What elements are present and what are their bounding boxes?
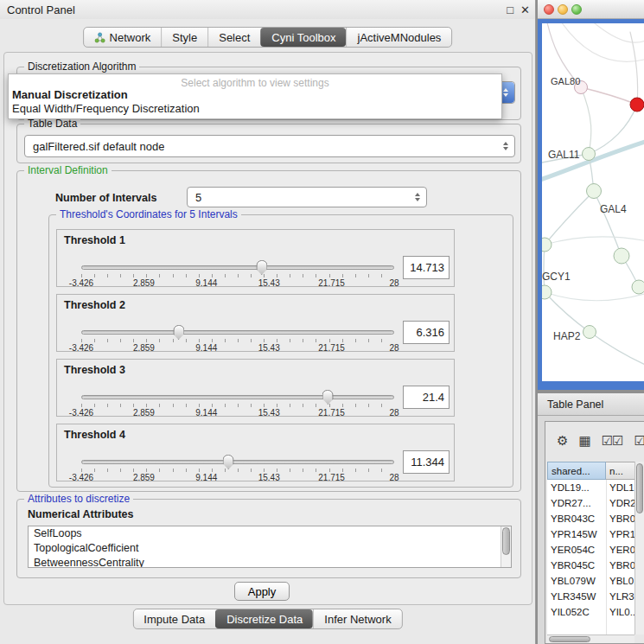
close-icon[interactable]: ✕ bbox=[520, 3, 530, 16]
tab-select[interactable]: Select bbox=[207, 28, 260, 47]
cell-name[interactable]: YIL0... bbox=[606, 604, 635, 620]
axis-label: 9.144 bbox=[195, 473, 217, 482]
tab-impute-data[interactable]: Impute Data bbox=[133, 609, 215, 628]
apply-button[interactable]: Apply bbox=[234, 582, 290, 601]
slider-thumb[interactable] bbox=[173, 325, 184, 340]
tab-style[interactable]: Style bbox=[161, 28, 207, 47]
number-of-intervals-select[interactable]: 5 bbox=[187, 187, 427, 207]
gear-icon[interactable]: ⚙ bbox=[557, 433, 567, 449]
cell-shared-name[interactable]: YIL052C bbox=[547, 604, 606, 620]
network-edge[interactable] bbox=[581, 87, 591, 154]
table-row[interactable]: YLR345WYLR3... bbox=[547, 589, 635, 604]
network-node-gal11[interactable] bbox=[583, 148, 596, 161]
table-row[interactable]: YBL079WYBL0... bbox=[547, 573, 635, 589]
cell-shared-name[interactable]: YER054C bbox=[547, 542, 606, 558]
slider-thumb[interactable] bbox=[256, 260, 267, 275]
network-canvas[interactable]: GAL80GAL11GAL4GCY1HAP2 bbox=[542, 23, 644, 381]
cell-name[interactable]: YER0... bbox=[606, 542, 635, 558]
tab-discretize-data[interactable]: Discretize Data bbox=[215, 609, 313, 628]
network-window-titlebar[interactable] bbox=[538, 0, 644, 19]
table-horizontal-scrollbar[interactable] bbox=[547, 634, 634, 643]
cell-shared-name[interactable]: YBR043C bbox=[547, 511, 606, 526]
cell-shared-name[interactable]: YBL079W bbox=[547, 573, 606, 589]
cell-name[interactable]: YPR1... bbox=[606, 526, 635, 542]
cell-shared-name[interactable]: YDL19... bbox=[547, 480, 606, 495]
cell-shared-name[interactable]: YLR345W bbox=[547, 589, 606, 604]
network-node-gcy1[interactable] bbox=[542, 285, 552, 299]
cell-shared-name[interactable]: YBR045C bbox=[547, 558, 606, 573]
network-node[interactable] bbox=[614, 248, 629, 264]
network-canvas-svg[interactable]: GAL80GAL11GAL4GCY1HAP2 bbox=[542, 23, 644, 381]
threshold-slider[interactable] bbox=[81, 265, 394, 270]
axis-label: 15.43 bbox=[258, 408, 280, 418]
cell-name[interactable]: YBR0... bbox=[606, 511, 635, 526]
cell-name[interactable]: YDR2... bbox=[606, 495, 635, 511]
minimize-traffic-light-icon[interactable] bbox=[558, 4, 568, 15]
list-item-topologicalcoefficient[interactable]: TopologicalCoefficient bbox=[29, 541, 501, 556]
table-row[interactable]: YER054CYER0... bbox=[547, 542, 635, 558]
network-edge[interactable] bbox=[581, 87, 637, 105]
table-row[interactable]: YDL19...YDL1... bbox=[547, 480, 635, 495]
network-edge[interactable] bbox=[545, 292, 644, 301]
threshold-panel-4: Threshold 4-3.4262.8599.14415.4321.71528… bbox=[56, 424, 455, 481]
float-window-icon[interactable]: □ bbox=[507, 3, 513, 16]
threshold-slider[interactable] bbox=[81, 330, 394, 335]
popup-item-manual-discretization[interactable]: Manual Discretization bbox=[9, 88, 501, 102]
table-row[interactable]: YIL052CYIL0... bbox=[547, 604, 635, 620]
cell-name[interactable]: YDL1... bbox=[606, 480, 635, 495]
slider-thumb[interactable] bbox=[322, 390, 334, 405]
network-edge[interactable] bbox=[590, 332, 644, 366]
table-row[interactable]: YBR045CYBR0... bbox=[547, 558, 635, 573]
cell-shared-name[interactable]: YPR145W bbox=[547, 526, 606, 542]
network-node[interactable] bbox=[542, 238, 552, 252]
network-node-hap2[interactable] bbox=[583, 326, 596, 339]
threshold-value-field[interactable]: 6.316 bbox=[403, 321, 450, 344]
cell-name[interactable]: YBL0... bbox=[606, 573, 635, 589]
network-edge[interactable] bbox=[542, 141, 644, 181]
network-edge[interactable] bbox=[594, 191, 622, 256]
vertical-scrollbar-thumb[interactable] bbox=[636, 463, 643, 513]
columns-icon[interactable]: ▦ bbox=[578, 433, 590, 449]
slider-thumb[interactable] bbox=[223, 455, 234, 469]
tab-infer-network[interactable]: Infer Network bbox=[313, 609, 401, 628]
popup-item-equal-width-frequency[interactable]: Equal Width/Frequency Discretization bbox=[9, 102, 501, 116]
list-item-selfloops[interactable]: SelfLoops bbox=[29, 526, 501, 541]
table-row[interactable]: YDR27...YDR2... bbox=[547, 495, 635, 511]
network-edge[interactable] bbox=[545, 191, 594, 245]
threshold-slider[interactable] bbox=[81, 460, 394, 464]
table-row[interactable]: YPR145WYPR1... bbox=[547, 526, 635, 542]
cell-shared-name[interactable]: YDR27... bbox=[547, 495, 606, 511]
network-node-selected[interactable] bbox=[630, 98, 644, 112]
threshold-value-field[interactable]: 21.4 bbox=[403, 386, 450, 409]
cell-name[interactable]: YLR3... bbox=[606, 589, 635, 604]
threshold-value-field[interactable]: 14.713 bbox=[403, 256, 450, 279]
edit-column-icon[interactable]: ☑ bbox=[634, 433, 644, 449]
threshold-panel-1: Threshold 1-3.4262.8599.14415.4321.71528… bbox=[56, 229, 455, 287]
tab-jactivemnodules[interactable]: jActiveMNodules bbox=[347, 28, 452, 47]
table-row[interactable]: YBR043CYBR0... bbox=[547, 511, 635, 526]
list-item-betweennesscentrality[interactable]: BetweennessCentrality bbox=[29, 556, 501, 567]
horizontal-scrollbar-thumb[interactable] bbox=[549, 636, 590, 642]
tab-network[interactable]: Network bbox=[84, 28, 162, 47]
table-vertical-scrollbar[interactable] bbox=[634, 462, 644, 634]
column-header-name[interactable]: n... bbox=[606, 462, 635, 480]
show-columns-icon[interactable]: ☑☑ bbox=[602, 433, 623, 449]
column-header-shared-name[interactable]: shared... bbox=[547, 462, 606, 480]
network-node[interactable] bbox=[632, 280, 644, 294]
numerical-attributes-list[interactable]: SelfLoopsTopologicalCoefficientBetweenne… bbox=[28, 526, 512, 568]
tab-cyni-toolbox[interactable]: Cyni Toolbox bbox=[260, 28, 346, 47]
network-node-gal4[interactable] bbox=[587, 184, 602, 199]
tab-label: Discretize Data bbox=[226, 613, 303, 626]
axis-label: 21.715 bbox=[318, 473, 345, 482]
list-scrollbar[interactable] bbox=[501, 526, 511, 567]
table-data-select[interactable]: galFiltered.sif default node bbox=[24, 135, 515, 157]
threshold-value-field[interactable]: 11.344 bbox=[403, 450, 450, 474]
network-edge[interactable] bbox=[590, 23, 644, 42]
bottom-tab-bar: Impute DataDiscretize DataInfer Network bbox=[132, 609, 402, 629]
threshold-slider[interactable] bbox=[81, 395, 394, 399]
cell-name[interactable]: YBR0... bbox=[606, 558, 635, 573]
network-edge[interactable] bbox=[545, 237, 644, 245]
list-scrollbar-thumb[interactable] bbox=[502, 527, 510, 555]
zoom-traffic-light-icon[interactable] bbox=[571, 4, 582, 15]
close-traffic-light-icon[interactable] bbox=[544, 4, 554, 15]
